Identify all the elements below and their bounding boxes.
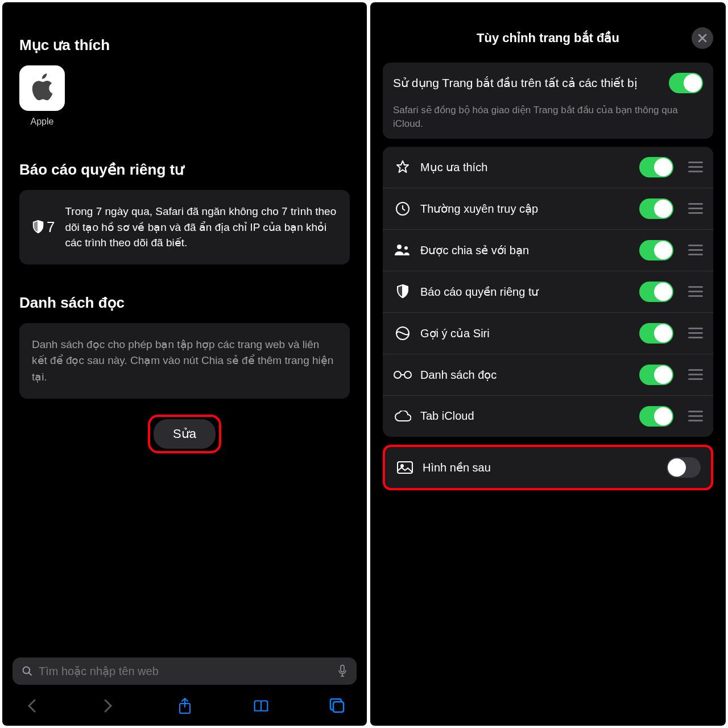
star-icon: [393, 160, 412, 175]
option-row-people[interactable]: Được chia sẻ với bạn: [383, 229, 713, 271]
drag-handle[interactable]: [688, 162, 703, 172]
svg-rect-1: [341, 665, 344, 672]
option-label: Mục ưa thích: [420, 160, 631, 174]
back-button[interactable]: [24, 698, 40, 714]
svg-point-11: [401, 465, 403, 467]
search-icon: [22, 665, 33, 677]
option-toggle[interactable]: [639, 406, 673, 427]
option-label: Báo cáo quyền riêng tư: [420, 285, 631, 299]
drag-handle[interactable]: [688, 369, 703, 380]
svg-point-5: [397, 245, 402, 249]
mic-icon[interactable]: [337, 664, 348, 678]
close-icon: [698, 34, 707, 43]
option-row-cloud[interactable]: Tab iCloud: [383, 395, 713, 437]
privacy-title: Báo cáo quyền riêng tư: [19, 161, 350, 179]
readlist-title: Danh sách đọc: [19, 294, 350, 312]
sync-card: Sử dụng Trang bắt đầu trên tất cả các th…: [383, 63, 713, 139]
option-toggle[interactable]: [639, 365, 673, 385]
sync-label: Sử dụng Trang bắt đầu trên tất cả các th…: [393, 75, 661, 91]
customize-header: Tùy chỉnh trang bắt đầu: [383, 31, 713, 46]
edit-wrap: Sửa: [19, 415, 350, 453]
start-page-panel: Mục ưa thích Apple Báo cáo quyền riêng t…: [2, 2, 367, 726]
favorite-tile-apple[interactable]: [19, 65, 65, 111]
readlist-card[interactable]: Danh sách đọc cho phép bạn tập hợp các t…: [19, 323, 350, 399]
tabs-button[interactable]: [329, 698, 345, 714]
options-card: Mục ưa thíchThường xuyên truy cậpĐược ch…: [383, 147, 713, 437]
svg-point-8: [394, 371, 401, 378]
edit-highlight: Sửa: [148, 415, 221, 453]
privacy-count: 7: [32, 204, 55, 251]
favorites-title: Mục ưa thích: [19, 36, 350, 54]
option-label: Tab iCloud: [420, 410, 631, 423]
drag-handle[interactable]: [688, 245, 703, 255]
glasses-icon: [393, 370, 412, 379]
cloud-icon: [393, 411, 412, 422]
option-row-siri[interactable]: Gợi ý của Siri: [383, 312, 713, 354]
customize-title: Tùy chỉnh trang bắt đầu: [477, 31, 619, 46]
option-label: Gợi ý của Siri: [420, 326, 631, 340]
toolbar: [13, 692, 357, 719]
share-button[interactable]: [177, 697, 193, 714]
privacy-card[interactable]: 7 Trong 7 ngày qua, Safari đã ngăn không…: [19, 190, 350, 264]
svg-point-9: [404, 371, 411, 378]
option-row-clock[interactable]: Thường xuyên truy cập: [383, 188, 713, 229]
option-toggle[interactable]: [639, 240, 673, 260]
drag-handle[interactable]: [688, 203, 703, 214]
clock-icon: [393, 201, 412, 216]
option-toggle[interactable]: [639, 323, 673, 344]
drag-handle[interactable]: [688, 411, 703, 421]
search-field[interactable]: [13, 657, 357, 685]
readlist-text: Danh sách đọc cho phép bạn tập hợp các t…: [32, 337, 337, 386]
shield-icon: [32, 220, 44, 234]
close-button[interactable]: [692, 27, 713, 49]
bottom-bar: [2, 657, 367, 726]
readlist-section: Danh sách đọc Danh sách đọc cho phép bạn…: [19, 294, 350, 399]
bg-row[interactable]: Hình nền sau: [385, 447, 711, 488]
siri-icon: [393, 326, 412, 341]
bg-card: Hình nền sau: [383, 445, 713, 490]
svg-rect-10: [398, 462, 412, 473]
svg-point-0: [23, 667, 30, 674]
option-label: Danh sách đọc: [420, 368, 631, 382]
sync-hint: Safari sẽ đồng bộ hóa giao diện Trang bắ…: [383, 104, 713, 139]
favorite-label: Apple: [19, 117, 65, 127]
privacy-section: Báo cáo quyền riêng tư 7 Trong 7 ngày qu…: [19, 161, 350, 264]
drag-handle[interactable]: [688, 328, 703, 338]
customize-panel: Tùy chỉnh trang bắt đầu Sử dụng Trang bắ…: [370, 2, 726, 726]
option-row-glasses[interactable]: Danh sách đọc: [383, 354, 713, 395]
option-row-star[interactable]: Mục ưa thích: [383, 147, 713, 188]
search-input[interactable]: [39, 665, 332, 678]
svg-point-6: [404, 246, 408, 250]
bg-toggle[interactable]: [667, 457, 701, 478]
forward-button[interactable]: [100, 698, 116, 714]
sync-toggle[interactable]: [669, 73, 703, 93]
option-toggle[interactable]: [639, 157, 673, 177]
option-toggle[interactable]: [639, 198, 673, 219]
apple-logo-icon: [30, 73, 55, 103]
sync-row[interactable]: Sử dụng Trang bắt đầu trên tất cả các th…: [383, 63, 713, 104]
bookmarks-button[interactable]: [253, 698, 269, 713]
edit-button[interactable]: Sửa: [154, 419, 216, 449]
bg-label: Hình nền sau: [423, 461, 659, 474]
image-icon: [395, 461, 415, 474]
privacy-text: Trong 7 ngày qua, Safari đã ngăn không c…: [65, 204, 337, 251]
shield-icon: [393, 284, 412, 299]
drag-handle[interactable]: [688, 286, 703, 297]
svg-rect-3: [333, 702, 344, 712]
option-label: Được chia sẻ với bạn: [420, 243, 631, 257]
favorites-section: Mục ưa thích Apple: [19, 36, 350, 127]
option-row-shield[interactable]: Báo cáo quyền riêng tư: [383, 271, 713, 312]
people-icon: [393, 244, 412, 257]
option-label: Thường xuyên truy cập: [420, 202, 631, 216]
option-toggle[interactable]: [639, 282, 673, 302]
